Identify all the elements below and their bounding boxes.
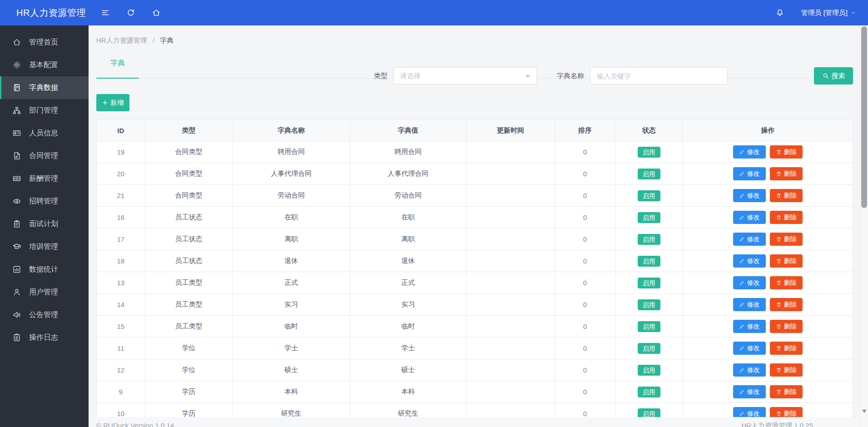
status-badge: 启用 xyxy=(638,147,660,158)
edit-button[interactable]: 修改 xyxy=(733,254,766,268)
user-menu[interactable]: 管理员 [管理员] xyxy=(801,9,856,17)
sidebar-item-dashboard[interactable]: 管理首页 xyxy=(0,31,89,54)
delete-button[interactable]: 删除 xyxy=(770,320,803,333)
cell-id: 18 xyxy=(97,250,145,272)
cell-actions: 修改删除 xyxy=(683,163,853,185)
status-badge: 启用 xyxy=(638,278,660,288)
sidebar-item-label: 培训管理 xyxy=(29,242,58,252)
vertical-scrollbar[interactable] xyxy=(860,25,868,427)
sidebar-item-departments[interactable]: 部门管理 xyxy=(0,99,89,122)
cell-dict-value: 劳动合同 xyxy=(350,185,466,207)
cell-dict-name: 在职 xyxy=(233,207,350,228)
home-icon[interactable] xyxy=(152,8,161,17)
delete-button[interactable]: 删除 xyxy=(770,254,803,268)
sidebar-item-announcements[interactable]: 公告管理 xyxy=(0,303,89,326)
edit-button[interactable]: 修改 xyxy=(733,211,766,224)
delete-button[interactable]: 删除 xyxy=(770,233,803,246)
sidebar-item-salary[interactable]: 薪酬管理 xyxy=(0,167,89,190)
sidebar-item-interview-plan[interactable]: 面试计划 xyxy=(0,213,89,235)
delete-button[interactable]: 删除 xyxy=(770,189,803,202)
search-icon xyxy=(822,72,829,79)
delete-button[interactable]: 删除 xyxy=(770,342,803,355)
edit-button[interactable]: 修改 xyxy=(733,145,766,159)
cell-sort: 0 xyxy=(555,141,615,163)
trash-icon xyxy=(776,149,782,155)
status-badge: 启用 xyxy=(638,387,660,397)
edit-button[interactable]: 修改 xyxy=(733,320,766,333)
sidebar-item-label: 用户管理 xyxy=(29,288,58,297)
sidebar-item-base-config[interactable]: 基本配置 xyxy=(0,54,89,76)
edit-button[interactable]: 修改 xyxy=(733,298,766,311)
id-card-icon xyxy=(12,129,21,138)
tab-dictionary[interactable]: 字典 xyxy=(96,55,139,79)
pencil-icon xyxy=(739,345,745,351)
cell-dict-name: 退休 xyxy=(233,250,350,272)
delete-button[interactable]: 删除 xyxy=(770,211,803,224)
cell-sort: 0 xyxy=(555,316,615,338)
sitemap-icon xyxy=(12,106,21,115)
sidebar-item-label: 数据统计 xyxy=(29,265,58,274)
cell-sort: 0 xyxy=(555,228,615,250)
sidebar-item-contracts[interactable]: 合同管理 xyxy=(0,144,89,167)
sidebar-item-training[interactable]: 培训管理 xyxy=(0,235,89,258)
pencil-icon xyxy=(739,236,745,242)
cell-dict-value: 正式 xyxy=(350,272,466,294)
edit-button[interactable]: 修改 xyxy=(733,233,766,246)
cell-id: 14 xyxy=(97,294,145,316)
refresh-icon[interactable] xyxy=(126,8,135,17)
delete-button[interactable]: 删除 xyxy=(770,298,803,311)
status-badge: 启用 xyxy=(638,321,660,332)
sidebar-item-recruitment[interactable]: 招聘管理 xyxy=(0,190,89,213)
cell-updated xyxy=(466,163,555,185)
home-icon xyxy=(12,38,21,47)
delete-button[interactable]: 删除 xyxy=(770,145,803,159)
cell-type: 学历 xyxy=(145,381,233,403)
sidebar-item-operation-logs[interactable]: 操作日志 xyxy=(0,326,89,349)
trash-icon xyxy=(776,258,782,264)
scrollbar-thumb[interactable] xyxy=(861,26,867,208)
edit-button[interactable]: 修改 xyxy=(733,385,766,398)
delete-button[interactable]: 删除 xyxy=(770,167,803,180)
cell-actions: 修改删除 xyxy=(683,272,853,294)
cell-dict-name: 学士 xyxy=(233,338,350,359)
sidebar-item-label: 人员信息 xyxy=(29,129,58,138)
sidebar-item-dictionary[interactable]: 字典数据 xyxy=(0,76,89,99)
delete-button[interactable]: 删除 xyxy=(770,363,803,377)
cell-id: 12 xyxy=(97,359,145,381)
breadcrumb-root[interactable]: HR人力资源管理 xyxy=(96,36,147,44)
log-icon xyxy=(12,333,21,342)
collapse-sidebar-icon[interactable] xyxy=(101,8,110,17)
cell-dict-value: 退休 xyxy=(350,250,466,272)
table-row: 18员工状态退休退休0启用修改删除 xyxy=(97,250,853,272)
search-button[interactable]: 搜索 xyxy=(814,67,853,84)
cell-updated xyxy=(466,294,555,316)
trash-icon xyxy=(776,411,782,417)
pencil-icon xyxy=(739,193,745,199)
table-row: 21合同类型劳动合同劳动合同0启用修改删除 xyxy=(97,185,853,207)
delete-button[interactable]: 删除 xyxy=(770,385,803,398)
cell-updated xyxy=(466,250,555,272)
sidebar-item-statistics[interactable]: 数据统计 xyxy=(0,258,89,281)
edit-button[interactable]: 修改 xyxy=(733,189,766,202)
sidebar-item-users[interactable]: 用户管理 xyxy=(0,281,89,303)
edit-button[interactable]: 修改 xyxy=(733,342,766,355)
column-header: 字典值 xyxy=(350,120,466,141)
cell-updated xyxy=(466,185,555,207)
pencil-icon xyxy=(739,411,745,417)
cell-status: 启用 xyxy=(615,338,683,359)
edit-button[interactable]: 修改 xyxy=(733,276,766,289)
edit-button[interactable]: 修改 xyxy=(733,363,766,377)
table-row: 14员工类型实习实习0启用修改删除 xyxy=(97,294,853,316)
type-select[interactable]: 请选择 xyxy=(393,67,537,84)
dict-name-input[interactable] xyxy=(590,67,728,84)
delete-button[interactable]: 删除 xyxy=(770,276,803,289)
bell-icon[interactable] xyxy=(775,8,784,17)
cell-actions: 修改删除 xyxy=(683,207,853,228)
sidebar-item-personnel[interactable]: 人员信息 xyxy=(0,122,89,144)
edit-button[interactable]: 修改 xyxy=(733,167,766,180)
chevron-down-icon xyxy=(851,10,856,15)
type-select-placeholder: 请选择 xyxy=(400,72,526,80)
add-button-label: 新增 xyxy=(110,99,124,107)
add-button[interactable]: 新增 xyxy=(96,94,129,111)
scrollbar-down-arrow-icon[interactable] xyxy=(862,410,867,415)
